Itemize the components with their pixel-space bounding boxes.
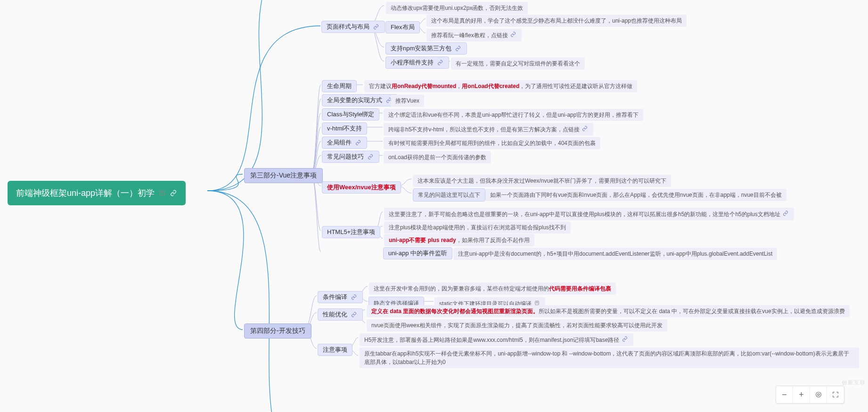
label: Class与Style绑定 <box>327 110 374 119</box>
label: 支持npm安装第三方包 <box>391 44 451 53</box>
recenter-button[interactable] <box>810 386 827 403</box>
node-global-comp[interactable]: 全局组件 <box>322 137 367 149</box>
major-part3[interactable]: 第三部分-Vue注意事项 <box>244 168 323 183</box>
desc-flex1: 这个布局是真的好用，学会了这个感觉至少静态布局上都没什么难度了，uni-app也… <box>426 15 687 27</box>
label: 全局组件 <box>327 138 352 147</box>
node-weex[interactable]: 使用Weex/nvue注意事项 <box>322 181 401 194</box>
desc-faq: onLoad获得的是前一个页面传递的参数 <box>384 151 491 163</box>
label: 页面样式与布局 <box>327 23 369 31</box>
desc-weex1: 这本来应该是个大主题，但我本身没开发过Weex/nvue就不班门弄斧了，需要用到… <box>413 175 671 187</box>
node-class-style[interactable]: Class与Style绑定 <box>322 108 379 121</box>
desc-upx: 动态修改upx需要使用uni.upx2px函数，否则无法生效 <box>386 2 528 14</box>
desc-perf2: nvue页面使用weex相关组件，实现了页面原生渲染能力，提高了页面流畅性，若对… <box>367 319 667 331</box>
note-icon <box>158 189 166 197</box>
label: 条件编译 <box>323 293 347 301</box>
desc-perf1: 定义在 data 里面的数据每次变化时都会通知视图层重新渲染页面。所以如果不是视… <box>367 305 850 317</box>
desc-caution1: H5开发注意，部署服务器上网站路径如果是www.xxx.com/html5，则在… <box>360 333 633 346</box>
node-perf[interactable]: 性能优化 <box>318 308 363 321</box>
node-vhtml[interactable]: v-html不支持 <box>322 122 367 135</box>
label: 性能优化 <box>323 310 347 319</box>
node-npm[interactable]: 支持npm安装第三方包 <box>385 42 467 55</box>
svg-point-7 <box>816 392 821 397</box>
watermark: 创新互联 <box>842 379 866 386</box>
root-node[interactable]: 前端神级框架uni-app详解（一）初学 <box>8 181 186 205</box>
major-part4[interactable]: 第四部分-开发技巧 <box>244 323 311 339</box>
desc-html5-1: 这里要注意了，新手可能会忽略这也是很重要的一块，在uni-app中是可以直接使用… <box>384 208 794 220</box>
label: HTML5+注意事项 <box>327 228 375 236</box>
desc-html5-3: uni-app不需要 plus ready，如果你用了反而会不起作用 <box>384 234 534 246</box>
node-caution[interactable]: 注意事项 <box>318 344 352 356</box>
desc-class-style: 这个绑定语法和vue有些不同，本质是uni-app帮忙进行了转义，但是uni-a… <box>384 109 643 121</box>
label: 小程序组件支持 <box>391 58 434 67</box>
node-miniprog[interactable]: 小程序组件支持 <box>385 57 449 69</box>
link-icon <box>436 59 444 66</box>
label: v-html不支持 <box>327 124 362 133</box>
link-icon <box>350 311 358 318</box>
node-faq[interactable]: 常见问题技巧 <box>322 151 379 163</box>
link-icon <box>350 293 358 301</box>
link-icon <box>581 125 589 132</box>
label: 使用Weex/nvue注意事项 <box>327 183 396 192</box>
node-global-var[interactable]: 全局变量的实现方式 <box>322 94 398 106</box>
zoom-in-button[interactable]: + <box>793 386 810 403</box>
label: 全局变量的实现方式 <box>327 96 382 105</box>
node-event[interactable]: uni-app 中的事件监听 <box>383 247 452 259</box>
desc-weex-faq: 如果一个页面路由下同时有vue页面和nvue页面，那么在App端，会优先使用nv… <box>485 189 786 201</box>
desc-global-var: 推荐Vuex <box>391 95 424 107</box>
node-html5[interactable]: HTML5+注意事项 <box>322 226 380 238</box>
node-weex-faq[interactable]: 常见的问题这里可以点下 <box>413 188 485 202</box>
zoom-toolbar: − + <box>776 386 844 404</box>
node-flex[interactable]: Flex布局 <box>385 21 420 33</box>
desc-global-comp: 有时候可能需要用到全局都可能用到的组件，比如自定义的加载中，404页面的包裹 <box>384 137 600 149</box>
zoom-out-button[interactable]: − <box>776 386 793 403</box>
link-icon <box>621 335 629 343</box>
desc-event: 注意uni-app中是没有document的，h5+项目中用document.a… <box>453 248 777 260</box>
link-icon <box>367 153 374 161</box>
label: 注意事项 <box>323 346 347 354</box>
link-icon <box>782 210 789 217</box>
desc-cond1: 这里在开发中常会用到的，因为要兼容多端，某些在特定端才能使用的代码需要用条件编译… <box>369 283 616 295</box>
desc-miniprog: 有一定规范，需要自定义写对应组件的要看看这个 <box>451 57 585 70</box>
link-icon <box>372 23 380 31</box>
desc-flex2: 推荐看阮一峰flex教程，点链接 <box>426 29 522 41</box>
fullscreen-button[interactable] <box>827 386 844 403</box>
label: uni-app 中的事件监听 <box>388 249 447 258</box>
label: Flex布局 <box>391 23 415 32</box>
root-title: 前端神级框架uni-app详解（一）初学 <box>16 187 155 199</box>
desc-lifecycle: 官方建议用onReady代替mounted，用onLoad代替created，为… <box>364 80 637 92</box>
node-page-style[interactable]: 页面样式与布局 <box>321 21 385 33</box>
link-icon <box>454 45 462 52</box>
node-cond[interactable]: 条件编译 <box>318 291 363 303</box>
label: 常见问题技巧 <box>327 153 364 161</box>
desc-caution2: 原生tabbar在app和h5实现不一样会使元素坐标不同，uni-app新增--… <box>360 347 859 368</box>
link-icon <box>509 31 517 38</box>
svg-point-6 <box>818 394 819 396</box>
node-lifecycle[interactable]: 生命周期 <box>322 80 357 92</box>
link-icon <box>354 139 362 146</box>
link-icon <box>170 189 177 197</box>
desc-vhtml: 跨端非h5不支持v-html，所以这里也不支持，但是有第三方解决方案，点链接 <box>384 123 593 136</box>
desc-html5-2: 注意plus模块是给app端使用的，直接运行在浏览器可能会报plus找不到 <box>384 221 571 234</box>
